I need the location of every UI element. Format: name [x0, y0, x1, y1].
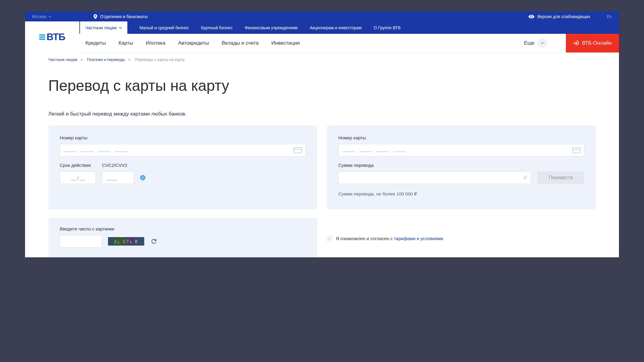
terms-checkbox[interactable]: ✓ [327, 236, 332, 241]
segment-active-label: Частным лицам [85, 25, 116, 30]
chevron-right-icon: ▶ [129, 58, 131, 61]
city-name: Москва [32, 14, 46, 19]
nav-more[interactable]: Еще [524, 38, 547, 48]
segment-tab[interactable]: Малый и средний бизнес [139, 25, 189, 30]
logo-text: ВТБ [46, 31, 65, 43]
nav-item-mortgage[interactable]: Ипотека [146, 40, 165, 46]
top-bar: Москва Отделения и банкоматы Версия для … [25, 11, 619, 21]
nav-more-button [537, 38, 547, 48]
dest-card-label: Номер карты [338, 135, 584, 140]
language-link[interactable]: En [607, 14, 612, 19]
chevron-right-icon: ▶ [81, 58, 83, 61]
source-card-input[interactable] [60, 144, 306, 157]
refresh-icon[interactable] [150, 238, 158, 245]
page-title: Перевод с карты на карту [48, 77, 596, 94]
breadcrumb-current: Переводы с карты на карту [135, 57, 184, 62]
submit-button[interactable]: Перевести [537, 171, 584, 184]
terms-prefix: Я ознакомлен и согласен с [336, 236, 394, 241]
page-wrapper: Москва Отделения и банкоматы Версия для … [25, 11, 619, 257]
captcha-image: 2₁ 17₅ 8 [108, 237, 144, 246]
source-card-panel: Номер карты Срок действия CVC2/CVV2 [48, 125, 317, 209]
segment-tab[interactable]: Крупный бизнес [201, 25, 233, 30]
city-selector[interactable]: Москва [32, 14, 51, 19]
segment-tab[interactable]: Финансовым учреждениям [245, 25, 298, 30]
terms-link[interactable]: тарифами и условиями [394, 236, 443, 241]
transfer-form-row: Номер карты Срок действия CVC2/CVV2 [48, 125, 596, 209]
location-pin-icon [94, 14, 97, 19]
dest-card-input[interactable] [338, 144, 584, 157]
amount-row: ₽ Перевести [338, 171, 584, 184]
nav-item-investments[interactable]: Инвестиции [271, 40, 300, 46]
second-row: Введите число с картинки 2₁ 17₅ 8 ✓ Я оз… [48, 218, 596, 257]
logo-stripes-icon [39, 34, 45, 40]
nav-item-deposits[interactable]: Вклады и счета [222, 40, 259, 46]
nav-item-autoloan[interactable]: Автокредиты [178, 40, 209, 46]
breadcrumb-link[interactable]: Частным лицам [48, 57, 77, 62]
limit-text: Сумма перевода, не более 100 000 ₽ [338, 191, 584, 197]
low-vision-label: Версия для слабовидящих [537, 14, 590, 19]
vtb-online-label: ВТБ-Онлайн [582, 40, 612, 46]
ruble-icon: ₽ [524, 174, 527, 181]
vtb-online-button[interactable]: ВТБ-Онлайн [566, 34, 619, 52]
nav-right-column: Частным лицам Малый и средний бизнес Кру… [79, 21, 619, 52]
amount-input[interactable] [338, 171, 531, 184]
segment-tab-active[interactable]: Частным лицам [80, 21, 127, 34]
chevron-down-icon [48, 16, 51, 17]
terms-row: ✓ Я ознакомлен и согласен с тарифами и у… [327, 218, 443, 257]
amount-input-wrap: ₽ [338, 171, 531, 184]
login-icon [573, 40, 579, 46]
dest-card-panel: Номер карты Сумма перевода ₽ Перевести [327, 125, 596, 209]
captcha-input[interactable] [60, 235, 102, 248]
chevron-down-icon [119, 27, 122, 29]
expiry-input[interactable] [60, 171, 96, 184]
logo-area[interactable]: ВТБ [25, 21, 79, 52]
captcha-row: 2₁ 17₅ 8 [60, 235, 306, 248]
info-icon[interactable]: i [140, 175, 145, 180]
source-card-label: Номер карты [60, 135, 306, 140]
segment-bar: Частным лицам Малый и средний бизнес Кру… [79, 21, 619, 34]
amount-label: Сумма перевода [338, 163, 584, 168]
card-icon [572, 147, 581, 153]
content-area: Частным лицам ▶ Платежи и переводы ▶ Пер… [25, 52, 619, 257]
nav-header: ВТБ Частным лицам Малый и средний бизнес… [25, 21, 619, 52]
low-vision-link[interactable]: Версия для слабовидящих [528, 14, 590, 19]
breadcrumb: Частным лицам ▶ Платежи и переводы ▶ Пер… [48, 57, 596, 62]
source-card-input-wrap [60, 144, 306, 157]
cvc-input[interactable] [102, 171, 134, 184]
vtb-logo: ВТБ [39, 31, 65, 43]
branches-label: Отделения и банкоматы [100, 14, 148, 19]
breadcrumb-link[interactable]: Платежи и переводы [87, 57, 125, 62]
nav-more-label: Еще [524, 40, 534, 46]
segment-tab[interactable]: О Группе ВТБ [374, 25, 400, 30]
main-nav: Кредиты Карты Ипотека Автокредиты Вклады… [79, 34, 619, 52]
eye-icon [528, 15, 534, 18]
chevron-down-icon [541, 42, 544, 44]
nav-item-cards[interactable]: Карты [119, 40, 133, 46]
page-subtitle: Легкий и быстрый перевод между картами л… [48, 111, 596, 117]
branches-link[interactable]: Отделения и банкоматы [94, 14, 148, 19]
dest-card-input-wrap [338, 144, 584, 157]
segment-tab[interactable]: Акционерам и инвесторам [310, 25, 362, 30]
card-icon [294, 147, 302, 153]
captcha-panel: Введите число с картинки 2₁ 17₅ 8 [48, 218, 317, 257]
cvc-label: CVC2/CVV2 [102, 163, 134, 168]
nav-item-credits[interactable]: Кредиты [85, 40, 106, 46]
expiry-label: Срок действия [60, 163, 96, 168]
source-extras-row: Срок действия CVC2/CVV2 i [60, 163, 306, 184]
captcha-label: Введите число с картинки [60, 226, 306, 231]
